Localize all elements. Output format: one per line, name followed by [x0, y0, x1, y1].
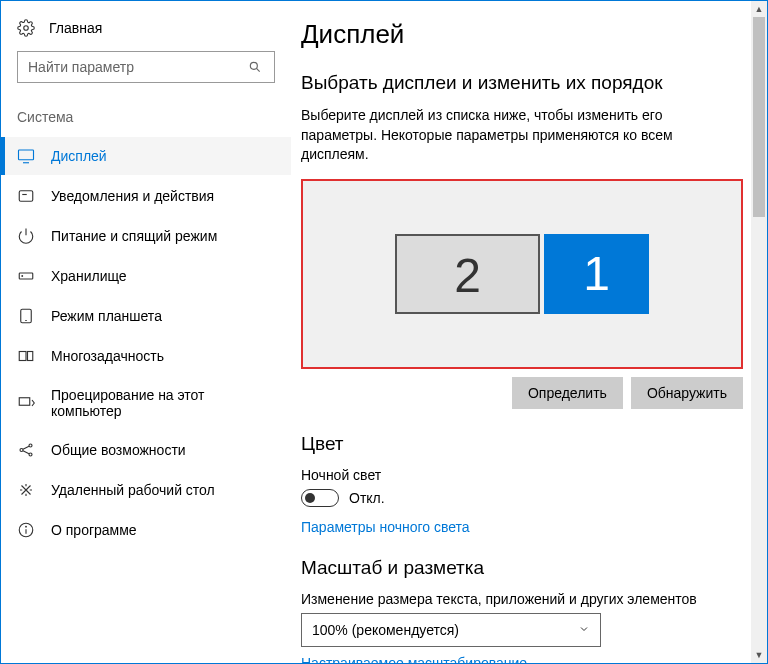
svg-point-16	[29, 453, 32, 456]
sidebar-item-power[interactable]: Питание и спящий режим	[1, 217, 291, 255]
svg-line-2	[256, 68, 259, 71]
sidebar: Главная Найти параметр Система Дисплей У…	[1, 1, 291, 663]
display-arrangement-panel[interactable]: 2 1	[301, 179, 743, 369]
scale-select[interactable]: 100% (рекомендуется)	[301, 613, 601, 647]
svg-point-8	[22, 276, 23, 277]
sidebar-item-label: Режим планшета	[51, 308, 162, 324]
sidebar-item-remote[interactable]: Удаленный рабочий стол	[1, 471, 291, 509]
search-placeholder: Найти параметр	[28, 59, 134, 75]
search-input[interactable]: Найти параметр	[17, 51, 275, 83]
custom-scaling-link[interactable]: Настраиваемое масштабирование	[301, 655, 527, 663]
notification-icon	[17, 187, 35, 205]
sidebar-item-multitasking[interactable]: Многозадачность	[1, 337, 291, 375]
sidebar-item-tablet[interactable]: Режим планшета	[1, 297, 291, 335]
multitasking-icon	[17, 347, 35, 365]
svg-point-1	[250, 62, 257, 69]
main-content: Дисплей Выбрать дисплеи и изменить их по…	[291, 1, 767, 663]
night-light-toggle[interactable]	[301, 489, 339, 507]
svg-line-17	[23, 446, 29, 449]
svg-rect-12	[28, 352, 33, 361]
svg-rect-7	[19, 273, 33, 279]
display-tile-2[interactable]: 2	[395, 234, 540, 314]
section-arrange-description: Выберите дисплей из списка ниже, чтобы и…	[301, 106, 731, 165]
svg-rect-5	[19, 191, 33, 202]
sidebar-item-storage[interactable]: Хранилище	[1, 257, 291, 295]
home-nav-item[interactable]: Главная	[1, 19, 291, 51]
page-title: Дисплей	[301, 19, 743, 50]
power-icon	[17, 227, 35, 245]
sidebar-item-about[interactable]: О программе	[1, 511, 291, 549]
sidebar-item-label: Хранилище	[51, 268, 127, 284]
sidebar-item-label: Дисплей	[51, 148, 107, 164]
shared-icon	[17, 441, 35, 459]
storage-icon	[17, 267, 35, 285]
detect-button[interactable]: Обнаружить	[631, 377, 743, 409]
scroll-up-icon[interactable]: ▲	[751, 1, 767, 17]
svg-point-0	[24, 26, 29, 31]
scroll-down-icon[interactable]: ▼	[751, 647, 767, 663]
home-label: Главная	[49, 20, 102, 36]
scale-description: Изменение размера текста, приложений и д…	[301, 591, 743, 607]
svg-point-14	[20, 449, 23, 452]
svg-line-18	[23, 451, 29, 454]
sidebar-item-label: Общие возможности	[51, 442, 186, 458]
project-icon	[17, 394, 35, 412]
scale-select-value: 100% (рекомендуется)	[312, 622, 459, 638]
sidebar-item-shared[interactable]: Общие возможности	[1, 431, 291, 469]
night-light-label: Ночной свет	[301, 467, 743, 483]
scrollbar[interactable]: ▲ ▼	[751, 1, 767, 663]
scroll-thumb[interactable]	[753, 17, 765, 217]
sidebar-section-label: Система	[1, 109, 291, 137]
svg-rect-11	[19, 352, 26, 361]
svg-rect-3	[19, 150, 34, 160]
night-light-settings-link[interactable]: Параметры ночного света	[301, 519, 470, 535]
monitor-icon	[17, 147, 35, 165]
display-tile-1[interactable]: 1	[544, 234, 649, 314]
info-icon	[17, 521, 35, 539]
sidebar-item-notifications[interactable]: Уведомления и действия	[1, 177, 291, 215]
search-icon	[246, 58, 264, 76]
sidebar-item-label: Уведомления и действия	[51, 188, 214, 204]
section-arrange-title: Выбрать дисплеи и изменить их порядок	[301, 72, 743, 94]
chevron-down-icon	[578, 622, 590, 638]
sidebar-item-label: Питание и спящий режим	[51, 228, 217, 244]
identify-button[interactable]: Определить	[512, 377, 623, 409]
svg-point-21	[26, 526, 27, 527]
sidebar-item-label: Удаленный рабочий стол	[51, 482, 215, 498]
sidebar-item-label: Многозадачность	[51, 348, 164, 364]
sidebar-item-projecting[interactable]: Проецирование на этот компьютер	[1, 377, 291, 429]
svg-rect-13	[19, 398, 30, 406]
sidebar-item-label: О программе	[51, 522, 137, 538]
tablet-icon	[17, 307, 35, 325]
svg-point-15	[29, 444, 32, 447]
scale-section-title: Масштаб и разметка	[301, 557, 743, 579]
sidebar-item-label: Проецирование на этот компьютер	[51, 387, 275, 419]
toggle-state-label: Откл.	[349, 490, 385, 506]
gear-icon	[17, 19, 35, 37]
remote-icon	[17, 481, 35, 499]
sidebar-item-display[interactable]: Дисплей	[1, 137, 291, 175]
color-section-title: Цвет	[301, 433, 743, 455]
